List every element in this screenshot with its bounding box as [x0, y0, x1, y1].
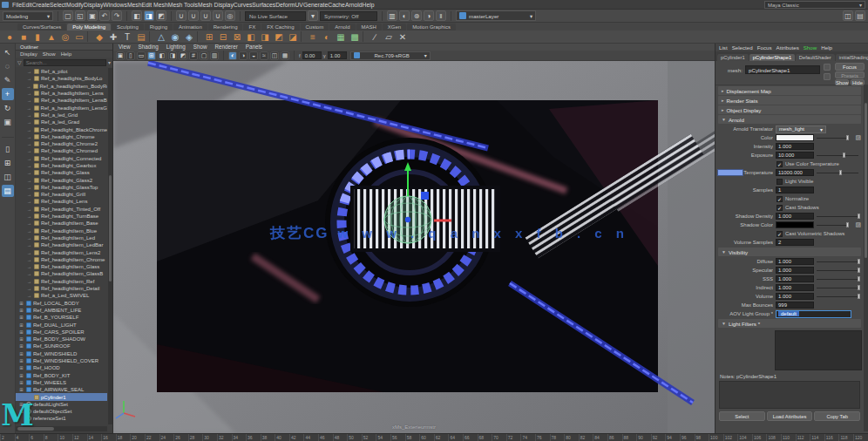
lighting-toggle-icon[interactable]: ◐ — [228, 51, 237, 60]
ae-bottom-button[interactable]: Load Attributes — [767, 411, 813, 421]
input-shadow-density[interactable]: 1.000 — [776, 213, 814, 220]
outliner-menu-item[interactable]: Display — [20, 51, 37, 58]
shelf-tab[interactable]: Custom — [301, 24, 329, 31]
expand-icon[interactable]: → — [26, 220, 32, 226]
timeline-tick[interactable]: 38 — [261, 434, 275, 441]
ipr-render-icon[interactable]: ◐ — [399, 10, 410, 21]
menu-item[interactable]: Mesh Tools — [168, 2, 198, 8]
timeline-tick[interactable]: 100 — [709, 434, 723, 441]
Ref_a_Led_SWIVEL[interactable]: → Ref_a_Led_SWIVEL — [16, 292, 107, 299]
expand-icon[interactable]: ⊞ — [18, 365, 24, 370]
shelf-tab[interactable]: Arnold — [329, 24, 355, 31]
Ref_headlightItem_Glass[interactable]: → Ref_headlightItem_Glass — [16, 263, 107, 270]
safe-title-icon[interactable]: ▥ — [210, 51, 219, 60]
expand-icon[interactable]: → — [26, 127, 32, 132]
Ref_HOOD[interactable]: ⊞ Ref_HOOD — [16, 364, 107, 371]
expand-icon[interactable]: ⊞ — [18, 315, 24, 320]
expand-icon[interactable]: ⊞ — [18, 402, 24, 407]
expand-icon[interactable]: → — [26, 250, 32, 255]
viewport-canvas[interactable]: 技艺CG w w w . q a n x x f b . c n xMs_Ext… — [113, 61, 715, 433]
expand-icon[interactable]: → — [26, 271, 32, 276]
chevron-down-icon[interactable]: ▾ — [108, 59, 111, 65]
shelf-tab[interactable]: FX — [243, 24, 261, 31]
render-layer-dropdown[interactable]: masterLayer ▾ — [456, 10, 536, 21]
timeline-tick[interactable]: 16 — [101, 434, 116, 441]
slider-indirect[interactable] — [817, 284, 858, 291]
outliner-horizontal-scrollbar[interactable] — [16, 426, 107, 431]
Ref_a_pilot[interactable]: → Ref_a_pilot — [16, 68, 107, 75]
Ref_B_YOURSELF[interactable]: ⊞ Ref_B_YOURSELF — [16, 314, 107, 321]
timeline-tick[interactable]: 14 — [87, 434, 102, 441]
Ref_WHEELS[interactable]: ⊞ Ref_WHEELS — [16, 379, 107, 386]
four-pane-layout-icon[interactable]: ⊞ — [2, 157, 14, 169]
Ref_headlight_BlackChrome[interactable]: → Ref_headlight_BlackChrome — [16, 126, 107, 132]
symmetry-chevron-icon[interactable]: ▾ — [308, 10, 318, 21]
expand-icon[interactable]: → — [26, 119, 32, 125]
ao-toggle-icon[interactable]: ◒ — [249, 51, 258, 60]
menu-item[interactable]: Mesh — [127, 2, 142, 8]
combine-icon[interactable]: ⊞ — [203, 31, 215, 43]
workspace-selector[interactable]: Maya Classic ▾ — [764, 1, 865, 9]
timeline-tick[interactable]: 116 — [824, 434, 839, 441]
soccer-primitive-icon[interactable]: ◈ — [183, 31, 195, 43]
poly-cone-icon[interactable]: ▲ — [45, 31, 58, 43]
lasso-tool-icon[interactable]: ◌ — [2, 60, 14, 72]
ae-bottom-button[interactable]: Select — [719, 411, 765, 421]
poly-sphere-icon[interactable]: ● — [3, 31, 16, 43]
expand-icon[interactable]: → — [26, 264, 32, 269]
timeline-tick[interactable]: 84 — [593, 434, 607, 441]
pCylinder1[interactable]: pCylinder1 — [16, 393, 107, 400]
snap-to-point-icon[interactable]: ∪ — [200, 10, 211, 21]
expand-icon[interactable]: → — [26, 199, 32, 204]
Ref_AMBIENT_LIFE[interactable]: ⊞ Ref_AMBIENT_LIFE — [16, 307, 107, 314]
timeline-tick[interactable]: 118 — [838, 434, 853, 441]
focus-button[interactable]: Focus — [835, 63, 865, 71]
Ref_SUNROOF[interactable]: ⊞ Ref_SUNROOF — [16, 343, 107, 349]
Ref_headlight_Chromed[interactable]: → Ref_headlight_Chromed — [16, 147, 107, 154]
make-live-icon[interactable]: ◎ — [225, 10, 235, 21]
shelf-tool-icon[interactable] — [301, 31, 305, 42]
expand-icon[interactable]: ⊞ — [18, 343, 24, 349]
slider-exposure[interactable] — [817, 152, 858, 159]
menu-item[interactable]: Generate — [303, 2, 328, 8]
separate-icon[interactable]: ⊟ — [217, 31, 229, 43]
shelf-tool-icon[interactable] — [363, 31, 367, 42]
expand-icon[interactable]: → — [26, 163, 32, 168]
Ref_WINDSHIELD[interactable]: ⊞ Ref_WINDSHIELD — [16, 350, 107, 357]
input-temperature[interactable]: 11000.000 — [776, 169, 814, 176]
timeline-tick[interactable]: 64 — [448, 434, 463, 441]
viewport-panel[interactable]: ViewShadingLightingShowRendererPanels ▣ … — [113, 44, 715, 433]
timeline-tick[interactable]: 66 — [463, 434, 478, 441]
platonic-icon[interactable]: △ — [155, 31, 167, 43]
menu-item[interactable]: Curves — [234, 2, 253, 8]
slider-volume[interactable] — [817, 293, 858, 300]
expand-icon[interactable]: ⊞ — [18, 387, 24, 392]
timeline-tick[interactable]: 40 — [275, 434, 289, 441]
shelf-tab[interactable]: Animation — [173, 24, 207, 31]
timeline-tick[interactable]: 34 — [232, 434, 247, 441]
Ref_DUAL_LIGHT[interactable]: ⊞ Ref_DUAL_LIGHT — [16, 321, 107, 328]
shelf-tab[interactable]: MASH — [356, 24, 382, 31]
input-sss[interactable]: 1.000 — [776, 275, 814, 282]
exposure-field[interactable]: 0.00 — [302, 51, 322, 59]
collapsed-section-header[interactable]: ▸ Render Stats — [718, 96, 861, 105]
input-indirect[interactable]: 1.000 — [776, 284, 814, 291]
expand-icon[interactable]: → — [26, 170, 32, 175]
defaultObjectSet[interactable]: ⊞ defaultObjectSet — [16, 408, 107, 415]
checkbox-use-color-temperature[interactable]: ✓ — [776, 161, 783, 167]
dropdown-arnold-translator[interactable]: mesh_light▾ — [776, 126, 826, 133]
poly-disc-icon[interactable]: ◆ — [93, 31, 105, 43]
expand-icon[interactable]: → — [26, 192, 32, 197]
text-tool-icon[interactable]: T — [121, 31, 133, 43]
expand-icon[interactable]: → — [26, 148, 32, 153]
timeline-tick[interactable]: 12 — [72, 434, 87, 441]
menu-item[interactable]: Help — [363, 2, 375, 8]
menu-item[interactable]: Select — [50, 2, 66, 8]
Ref_AIRWAVE_SEAL[interactable]: ⊞ Ref_AIRWAVE_SEAL — [16, 386, 107, 393]
viewport-menu-item[interactable]: Panels — [246, 44, 262, 51]
expand-icon[interactable]: ⊞ — [18, 322, 24, 328]
Ref_headlightItem_Chrome[interactable]: → Ref_headlightItem_Chrome — [16, 256, 107, 263]
time-slider[interactable]: 2468101214161820222426283032343638404244… — [0, 433, 868, 441]
expand-icon[interactable]: ⊞ — [18, 409, 24, 414]
shelf-tab[interactable]: XGen — [383, 24, 406, 31]
